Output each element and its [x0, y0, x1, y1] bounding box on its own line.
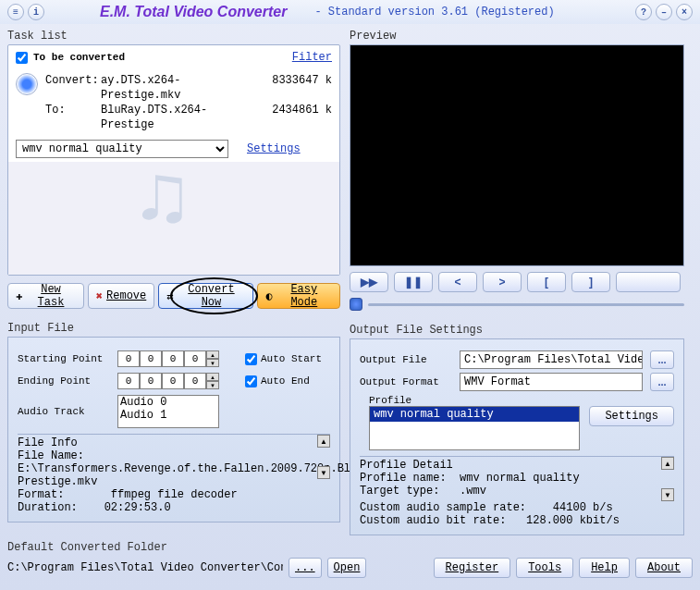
sp-down-button[interactable]: ▼	[206, 359, 219, 367]
profile-detail-scroll-down[interactable]: ▼	[661, 488, 674, 501]
pd-target-label: Target type:	[360, 485, 439, 498]
to-be-converted-checkbox[interactable]: To be converted	[16, 52, 125, 64]
convert-now-label: Convert Now	[178, 283, 246, 309]
starting-point-label: Starting Point	[18, 353, 110, 364]
ep-up-button[interactable]: ▲	[206, 373, 219, 381]
ep-minutes[interactable]	[140, 373, 162, 389]
file-info-scroll-down[interactable]: ▼	[317, 466, 330, 479]
ep-hours[interactable]	[117, 373, 140, 389]
default-folder-label: Default Converted Folder	[7, 539, 693, 556]
output-file-browse-button[interactable]: ...	[650, 350, 674, 369]
mark-in-button[interactable]: [	[527, 272, 566, 292]
extra-transport-button[interactable]	[616, 272, 681, 292]
sp-seconds[interactable]	[162, 350, 184, 367]
profile-settings-button[interactable]: Settings	[589, 406, 674, 426]
convert-to-label: To:	[45, 103, 101, 132]
output-file-label: Output File	[360, 354, 452, 365]
filter-link[interactable]: Filter	[292, 51, 332, 64]
sp-ms[interactable]	[184, 350, 206, 367]
remove-icon: ✖	[96, 289, 103, 303]
remove-button[interactable]: ✖ Remove	[88, 283, 154, 309]
easy-mode-button[interactable]: ◐ Easy Mode	[257, 283, 340, 309]
seek-track[interactable]	[368, 303, 684, 306]
folder-open-button[interactable]: Open	[327, 558, 367, 578]
output-settings-label: Output File Settings	[350, 322, 684, 338]
input-file-label: Input File	[7, 320, 340, 337]
audio-track-0[interactable]: Audio 0	[118, 396, 218, 409]
duration-value: 02:29:53.0	[104, 501, 171, 514]
audio-track-listbox[interactable]: Audio 0 Audio 1	[117, 395, 219, 428]
convert-to-value: BluRay.DTS.x264-Prestige	[101, 103, 258, 132]
sp-hours[interactable]	[117, 350, 140, 367]
new-task-label: New Task	[26, 283, 76, 309]
output-format-field[interactable]: WMV Format	[460, 373, 643, 391]
task-empty-area: ♫	[8, 162, 339, 275]
preview-area	[350, 44, 684, 266]
seek-thumb[interactable]	[350, 298, 362, 311]
pd-target-value: .wmv	[460, 485, 486, 498]
auto-start-input[interactable]	[245, 353, 257, 365]
play-button[interactable]: ▶▶	[350, 272, 388, 292]
register-button[interactable]: Register	[434, 558, 511, 578]
file-info-scroll-up[interactable]: ▲	[317, 435, 330, 448]
to-be-converted-input[interactable]	[16, 52, 28, 64]
quality-dropdown[interactable]: wmv normal quality	[16, 140, 228, 158]
help-icon[interactable]: ?	[635, 4, 652, 20]
mark-out-button[interactable]: ]	[571, 272, 610, 292]
format-label: Format:	[18, 488, 64, 501]
auto-start-checkbox[interactable]: Auto Start	[245, 353, 322, 365]
remove-label: Remove	[106, 289, 146, 302]
convert-to-size: 2434861 k	[258, 103, 332, 132]
info-icon[interactable]: i	[28, 4, 44, 20]
convert-from-label: Convert:	[45, 73, 101, 103]
preview-label: Preview	[350, 28, 684, 44]
output-format-label: Output Format	[360, 376, 452, 387]
pause-button[interactable]: ❚❚	[394, 272, 433, 292]
sp-minutes[interactable]	[140, 350, 162, 367]
ep-seconds[interactable]	[162, 373, 184, 389]
task-panel: To be converted Filter Convert: ay.DTS.x…	[7, 44, 340, 276]
help-button[interactable]: Help	[579, 558, 630, 578]
seek-slider[interactable]	[350, 298, 684, 311]
format-value: ffmpeg file decoder	[111, 488, 238, 501]
tools-button[interactable]: Tools	[516, 558, 573, 578]
about-button[interactable]: About	[635, 558, 693, 578]
profile-listbox[interactable]: wmv normal quality	[369, 406, 580, 450]
auto-end-input[interactable]	[245, 375, 257, 387]
new-task-icon: ✚	[16, 289, 22, 303]
folder-browse-button[interactable]: ...	[289, 558, 322, 578]
output-file-field[interactable]: C:\Program Files\Total Video Convert	[460, 350, 643, 369]
ending-point-label: Ending Point	[18, 375, 110, 387]
pd-bitrate-value: 128.000 kbit/s	[526, 514, 620, 527]
music-note-icon: ♫	[138, 162, 188, 247]
convert-from-size: 8333647 k	[258, 73, 332, 103]
pd-name-label: Profile name:	[360, 472, 447, 485]
version-label: - Standard version 3.61 (Registered)	[314, 6, 554, 18]
profile-detail-scroll-up[interactable]: ▲	[661, 457, 674, 470]
new-task-button[interactable]: ✚ New Task	[7, 283, 84, 309]
profile-selected-item[interactable]: wmv normal quality	[370, 407, 579, 422]
menu-icon[interactable]: ≡	[7, 4, 24, 20]
minimize-icon[interactable]: –	[656, 4, 672, 20]
close-icon[interactable]: ×	[676, 4, 693, 20]
ep-down-button[interactable]: ▼	[206, 381, 219, 389]
convert-now-button[interactable]: ⇄ Convert Now	[158, 283, 253, 309]
next-button[interactable]: >	[483, 272, 522, 292]
profile-detail-label: Profile Detail	[360, 459, 674, 472]
output-settings-group: Output File C:\Program Files\Total Video…	[350, 338, 684, 535]
easy-mode-label: Easy Mode	[276, 283, 332, 309]
ep-ms[interactable]	[184, 373, 206, 389]
pd-bitrate-label: Custom audio bit rate:	[360, 514, 506, 527]
auto-end-checkbox[interactable]: Auto End	[245, 375, 310, 387]
audio-track-1[interactable]: Audio 1	[118, 409, 218, 422]
convert-icon: ⇄	[166, 289, 173, 303]
sp-up-button[interactable]: ▲	[206, 350, 219, 359]
settings-link[interactable]: Settings	[247, 142, 301, 155]
duration-label: Duration:	[18, 501, 78, 514]
output-format-browse-button[interactable]: ...	[650, 373, 674, 391]
prev-button[interactable]: <	[438, 272, 477, 292]
app-title: E.M. Total Video Converter	[100, 4, 287, 20]
pd-sample-value: 44100 b/s	[553, 501, 613, 514]
pd-name-value: wmv normal quality	[460, 472, 580, 485]
task-list-label: Task list	[7, 28, 340, 44]
